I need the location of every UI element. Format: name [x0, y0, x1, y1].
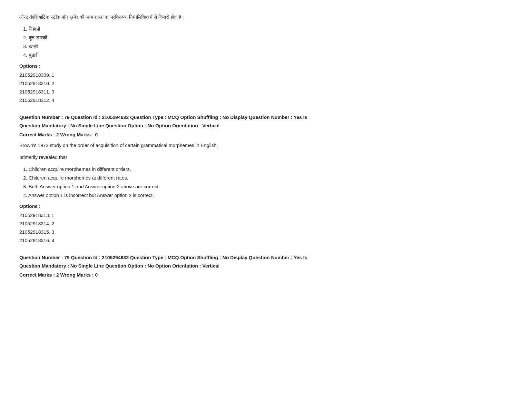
list-item: 21052918313. 1	[19, 211, 513, 219]
list-item: 21052918316. 4	[19, 237, 513, 244]
question-meta-line2: Question Mandatory : No Single Line Ques…	[19, 122, 513, 130]
marks-line: Correct Marks : 2 Wrong Marks : 0	[19, 131, 513, 139]
list-item: 21052918315. 3	[19, 228, 513, 236]
question-meta-line1: Question Number : 79 Question Id : 21052…	[19, 114, 513, 121]
list-item: 2. बुरू-शास्की	[23, 34, 513, 42]
question-text-line2: primarily revealed that	[19, 153, 513, 161]
list-item: 1. Children acquire morphemes in differe…	[23, 165, 513, 173]
question-meta2-line2: Question Mandatory : No Single Line Ques…	[19, 262, 513, 270]
list-item: 3. खासी	[23, 43, 513, 50]
option-ids-list-2: 21052918313. 1 21052918314. 2 2105291831…	[19, 211, 513, 244]
english-options-list: 1. Children acquire morphemes in differe…	[23, 165, 513, 199]
list-item: 21052918311. 3	[19, 88, 513, 96]
question-block-english-2: Question Number : 79 Question Id : 21052…	[19, 254, 513, 279]
list-item: 1. निहाली	[23, 25, 513, 33]
question-meta2-line1: Question Number : 79 Question Id : 21052…	[19, 254, 513, 261]
list-item: 21052918314. 2	[19, 220, 513, 228]
list-item: 4. Answer option 1 is incorrect but Answ…	[23, 191, 513, 199]
list-item: 21052918312. 4	[19, 96, 513, 104]
marks-line-2: Correct Marks : 2 Wrong Marks : 0	[19, 271, 513, 279]
question-block-english-1: Question Number : 79 Question Id : 21052…	[19, 114, 513, 244]
hindi-question-text: ऑस्ट्रॉएसियाटिक स्टॉक मॉन ख़मेर की अन्य …	[19, 13, 513, 21]
list-item: 4. मुंडारी	[23, 51, 513, 59]
option-ids-list: 21052918309. 1 21052918310. 2 2105291831…	[19, 71, 513, 104]
list-item: 3. Both Answer option 1 and Answer optio…	[23, 183, 513, 191]
question-block-hindi: ऑस्ट्रॉएसियाटिक स्टॉक मॉन ख़मेर की अन्य …	[19, 13, 513, 104]
question-text-line1: Brown's 1973 study on the order of acqui…	[19, 141, 513, 150]
options-label-2: Options :	[19, 202, 513, 210]
options-label: Options :	[19, 62, 513, 70]
hindi-options-list: 1. निहाली 2. बुरू-शास्की 3. खासी 4. मुंड…	[23, 25, 513, 59]
list-item: 21052918310. 2	[19, 80, 513, 87]
list-item: 2. Children acquire morphemes at differe…	[23, 174, 513, 182]
list-item: 21052918309. 1	[19, 71, 513, 79]
